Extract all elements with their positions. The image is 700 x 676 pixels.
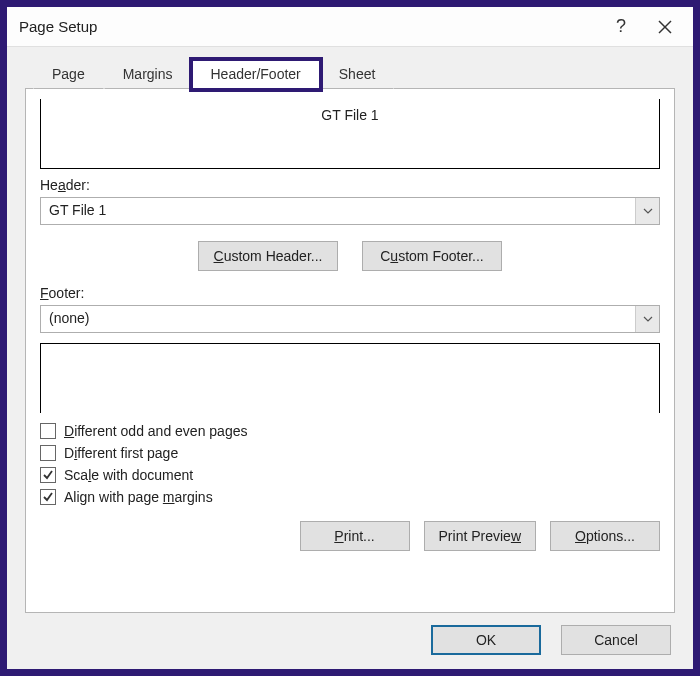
custom-header-button[interactable]: Custom Header... <box>198 241 338 271</box>
custom-footer-button[interactable]: Custom Footer... <box>362 241 502 271</box>
tab-margins[interactable]: Margins <box>104 60 192 89</box>
help-button[interactable]: ? <box>599 7 643 47</box>
header-label: Header: <box>40 177 660 193</box>
close-icon <box>658 20 672 34</box>
header-footer-panel: GT File 1 Header: GT File 1 Custom Heade… <box>25 89 675 613</box>
options-button[interactable]: Options... <box>550 521 660 551</box>
header-combo[interactable]: GT File 1 <box>40 197 660 225</box>
checkbox-icon <box>40 489 56 505</box>
checkbox-icon <box>40 467 56 483</box>
footer-combo[interactable]: (none) <box>40 305 660 333</box>
ok-button[interactable]: OK <box>431 625 541 655</box>
dialog-action-row: OK Cancel <box>25 613 675 655</box>
chevron-down-icon <box>643 208 653 214</box>
cancel-button[interactable]: Cancel <box>561 625 671 655</box>
header-combo-dropdown[interactable] <box>635 198 659 224</box>
titlebar: Page Setup ? <box>7 7 693 47</box>
window-title: Page Setup <box>19 18 599 35</box>
check-different-first-page[interactable]: Different first page <box>40 445 660 461</box>
checkbox-icon <box>40 445 56 461</box>
footer-preview <box>40 343 660 413</box>
header-preview: GT File 1 <box>40 99 660 169</box>
header-combo-value: GT File 1 <box>41 198 635 224</box>
header-preview-text: GT File 1 <box>321 107 378 123</box>
check-scale-with-document[interactable]: Scale with document <box>40 467 660 483</box>
footer-combo-dropdown[interactable] <box>635 306 659 332</box>
checkbox-group: Different odd and even pages Different f… <box>40 423 660 505</box>
tab-page[interactable]: Page <box>33 60 104 89</box>
panel-action-row: Print... Print Preview Options... <box>40 521 660 551</box>
check-align-with-page-margins[interactable]: Align with page margins <box>40 489 660 505</box>
dialog-body: Page Margins Header/Footer Sheet GT File… <box>7 47 693 669</box>
tab-header-footer[interactable]: Header/Footer <box>192 60 320 89</box>
checkbox-icon <box>40 423 56 439</box>
footer-label: Footer: <box>40 285 660 301</box>
footer-combo-value: (none) <box>41 306 635 332</box>
page-setup-dialog: Page Setup ? Page Margins Header/Footer … <box>0 0 700 676</box>
check-different-odd-even[interactable]: Different odd and even pages <box>40 423 660 439</box>
tab-sheet[interactable]: Sheet <box>320 60 395 89</box>
chevron-down-icon <box>643 316 653 322</box>
close-button[interactable] <box>643 7 687 47</box>
print-button[interactable]: Print... <box>300 521 410 551</box>
print-preview-button[interactable]: Print Preview <box>424 521 536 551</box>
tab-strip: Page Margins Header/Footer Sheet <box>25 57 675 89</box>
custom-buttons-row: Custom Header... Custom Footer... <box>40 241 660 271</box>
